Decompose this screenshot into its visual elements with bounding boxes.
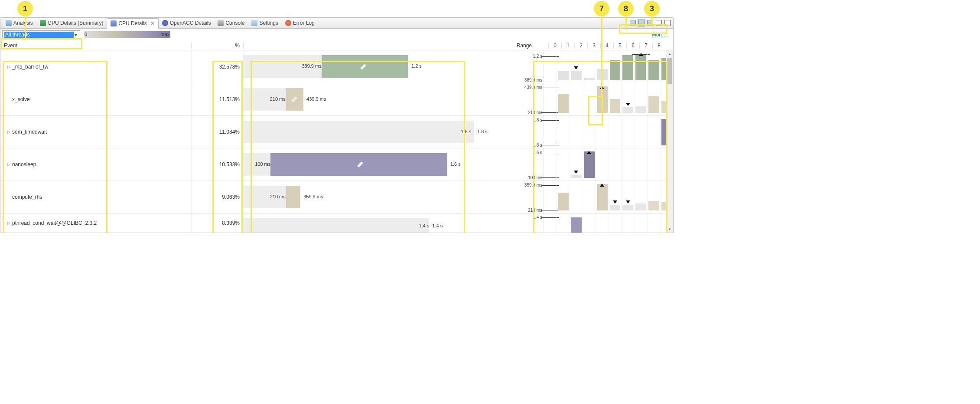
cell-threads: 1.8 s 1.8 s — [543, 116, 673, 148]
cpu-toolbar: All threads ▼ 0 max More... — [0, 29, 674, 41]
maximize-button[interactable] — [664, 19, 671, 27]
expand-icon[interactable]: ▷ — [7, 65, 10, 69]
col-range[interactable]: Range — [243, 43, 535, 49]
error-icon — [285, 20, 291, 26]
annotation-1: 1 — [17, 1, 33, 16]
range-min-label: 210 ms — [270, 96, 286, 102]
table-body: ▷ _mp_barrier_tw 32.578% 389.9 ms 1.2 s … — [0, 50, 674, 233]
tab-openacc[interactable]: OpenACC Details — [159, 18, 215, 28]
col-th-5[interactable]: 5 — [613, 43, 626, 49]
col-pct[interactable]: % — [191, 43, 243, 49]
cell-event: ▷ pthread_cond_wait@@GLIBC_2.3.2 — [0, 213, 191, 233]
cell-range: 1.8 s 1.8 s — [243, 116, 543, 148]
cell-pct: 11.513% — [191, 83, 243, 115]
cell-event: ▷ compute_rhs — [0, 181, 191, 213]
gpu-icon — [40, 20, 46, 26]
col-th-6[interactable]: 6 — [626, 43, 639, 49]
cell-pct: 9.063% — [191, 181, 243, 213]
range-min-label: 100 ms — [255, 161, 270, 167]
annotation-3: 3 — [644, 1, 660, 16]
legend-min: 0 — [85, 32, 87, 37]
event-label: pthread_cond_wait@@GLIBC_2.3.2 — [12, 220, 97, 226]
cell-range: 389.9 ms 1.2 s — [243, 50, 543, 83]
col-th-1[interactable]: 1 — [561, 43, 574, 49]
table-row[interactable]: ▷ x_solve 11.513% 210 ms 439.9 ms 439.9 … — [0, 83, 673, 115]
event-label: _mp_barrier_tw — [12, 64, 48, 70]
cell-threads: 1.2 s 389.9 ms — [543, 50, 673, 83]
tab-label: GPU Details (Summary) — [48, 20, 104, 26]
range-max-label: 1.6 s — [450, 161, 461, 167]
range-min-label: 389.9 ms — [302, 63, 321, 69]
tab-label: Settings — [259, 20, 278, 26]
cell-range: 210 ms 439.9 ms — [243, 83, 543, 115]
tab-console[interactable]: Console — [214, 18, 248, 28]
col-event[interactable]: Event — [0, 43, 191, 49]
cell-pct: 10.533% — [191, 148, 243, 181]
col-th-3[interactable]: 3 — [587, 43, 600, 49]
col-th-2[interactable]: 2 — [574, 43, 587, 49]
thread-select[interactable]: All threads ▼ — [2, 30, 80, 39]
tab-gpu-details[interactable]: GPU Details (Summary) — [36, 18, 107, 28]
cpu-icon — [111, 20, 117, 26]
cell-range: 1.4 s 1.4 s — [243, 213, 543, 233]
chevron-down-icon: ▼ — [74, 33, 78, 37]
cell-pct: 11.084% — [191, 116, 243, 148]
toolbar-btn-3[interactable] — [646, 19, 654, 27]
scroll-down-icon[interactable]: ▾ — [666, 226, 673, 233]
cell-pct: 8.389% — [191, 213, 243, 233]
cell-threads: 1.4 s — [543, 213, 673, 233]
expand-icon[interactable]: ▷ — [7, 162, 10, 167]
scrollbar-thumb[interactable] — [667, 58, 672, 84]
cell-pct: 32.578% — [191, 50, 243, 83]
tab-settings[interactable]: Settings — [248, 18, 281, 28]
col-th-8[interactable]: 8 — [652, 43, 665, 49]
range-max-label: 1.2 s — [411, 63, 422, 69]
expand-icon[interactable]: ▷ — [7, 130, 10, 134]
tab-analysis[interactable]: Analysis — [2, 18, 36, 28]
annotation-7: 7 — [594, 1, 609, 16]
cell-range: 210 ms 359.9 ms — [243, 181, 543, 213]
range-max-label: 1.8 s — [477, 129, 488, 134]
toolbar-btn-2[interactable] — [638, 19, 645, 27]
range-min-label: 1.4 s — [419, 223, 430, 228]
table-row[interactable]: ▷ _mp_barrier_tw 32.578% 389.9 ms 1.2 s … — [0, 50, 673, 83]
more-link[interactable]: More... — [652, 32, 668, 38]
cell-event: ▷ x_solve — [0, 83, 191, 115]
col-th-7[interactable]: 7 — [639, 43, 652, 49]
event-label: x_solve — [12, 96, 30, 102]
tab-label: Analysis — [13, 20, 33, 26]
cell-threads: 359.9 ms 210 ms — [543, 181, 673, 213]
cell-threads: 439.9 ms 210 ms — [543, 83, 673, 115]
table-row[interactable]: ▷ nanosleep 10.533% 100 ms 1.6 s 1.6 s 1… — [0, 148, 673, 181]
annotation-8: 8 — [618, 1, 634, 16]
view-tabstrip: Analysis GPU Details (Summary) CPU Detai… — [0, 17, 674, 29]
close-icon[interactable]: ✕ — [150, 20, 155, 26]
minimize-button[interactable] — [655, 19, 663, 27]
toolbar-btn-1[interactable] — [629, 19, 637, 27]
table-row[interactable]: ▷ pthread_cond_wait@@GLIBC_2.3.2 8.389% … — [0, 213, 673, 233]
settings-icon — [251, 20, 257, 26]
vertical-scrollbar[interactable]: ▴ ▾ — [666, 50, 673, 233]
cell-event: ▷ sem_timedwait — [0, 116, 191, 148]
tab-error-log[interactable]: Error Log — [282, 18, 318, 28]
tab-cpu-details[interactable]: CPU Details ✕ — [107, 18, 158, 29]
table-row[interactable]: ▷ compute_rhs 9.063% 210 ms 359.9 ms 359… — [0, 181, 673, 213]
cell-event: ▷ _mp_barrier_tw — [0, 50, 191, 83]
openacc-icon — [162, 20, 168, 26]
cell-range: 100 ms 1.6 s — [243, 148, 543, 181]
range-min-label: 1.8 s — [461, 129, 471, 134]
table-header: Event % Range 0 1 2 3 4 5 6 7 8 — [0, 41, 674, 50]
event-label: nanosleep — [12, 161, 36, 168]
color-legend: 0 max — [84, 31, 170, 38]
cell-threads: 1.6 s 100 ms — [543, 148, 673, 181]
analysis-icon — [6, 20, 12, 26]
table-row[interactable]: ▷ sem_timedwait 11.084% 1.8 s 1.8 s 1.8 … — [0, 115, 673, 148]
event-label: sem_timedwait — [12, 129, 47, 135]
tab-label: OpenACC Details — [170, 20, 211, 26]
range-max-label: 1.4 s — [432, 223, 443, 228]
expand-icon[interactable]: ▷ — [7, 221, 10, 225]
tab-label: CPU Details — [118, 20, 147, 26]
col-th-0[interactable]: 0 — [548, 43, 561, 49]
scroll-up-icon[interactable]: ▴ — [666, 50, 673, 57]
range-min-label: 210 ms — [270, 194, 286, 199]
